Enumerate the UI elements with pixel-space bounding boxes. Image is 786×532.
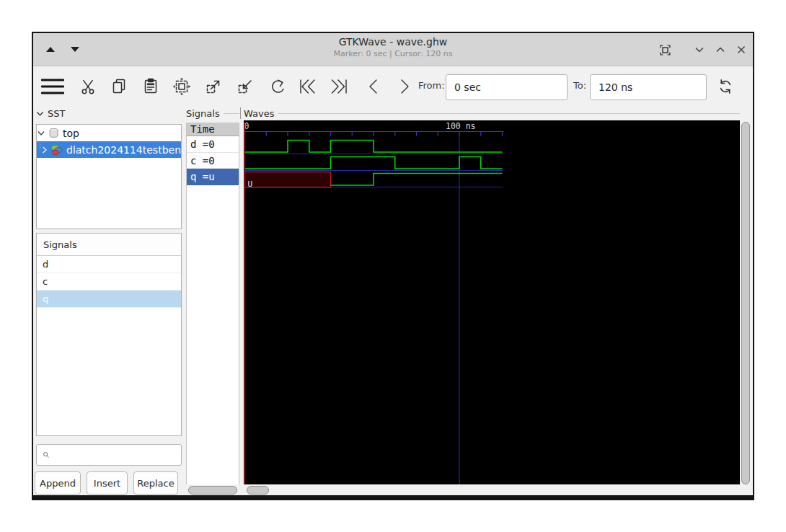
- signal-search-box: [36, 444, 182, 466]
- expander-down-icon[interactable]: [37, 130, 45, 136]
- waves-hscrollbar[interactable]: [247, 486, 269, 495]
- svg-text:U: U: [248, 179, 253, 189]
- wave-canvas[interactable]: 0100 nsU: [244, 120, 740, 484]
- cut-icon: [79, 78, 97, 95]
- seek-start-icon: [299, 78, 317, 95]
- expander-right-icon[interactable]: [42, 146, 48, 154]
- replace-button[interactable]: Replace: [133, 471, 178, 495]
- close-icon[interactable]: [734, 43, 749, 57]
- paste-button[interactable]: [138, 74, 163, 99]
- zoom-fit-button[interactable]: [169, 74, 194, 99]
- step-left-icon: [366, 78, 381, 95]
- chevron-down-icon[interactable]: [36, 111, 44, 117]
- signals-column-header: Signals: [186, 108, 239, 119]
- signal-name-row-c[interactable]: c =0: [187, 153, 239, 169]
- marker-cursor-status: Marker: 0 sec | Cursor: 120 ns: [33, 49, 753, 58]
- time-header: Time: [187, 123, 239, 136]
- insert-button[interactable]: Insert: [87, 471, 128, 495]
- search-input[interactable]: [50, 445, 181, 465]
- cut-button[interactable]: [76, 74, 100, 99]
- waves-vscrollbar[interactable]: [741, 122, 750, 484]
- signal-name-row-q[interactable]: q =u: [187, 169, 239, 185]
- titlebar: GTKWave - wave.ghw Marker: 0 sec | Curso…: [33, 33, 753, 66]
- copy-icon: [110, 78, 128, 95]
- to-label: To:: [573, 80, 586, 91]
- step-right-button[interactable]: [392, 74, 417, 99]
- signal-list-item-q[interactable]: q: [37, 291, 181, 308]
- copy-button[interactable]: [107, 74, 131, 99]
- window-title: GTKWave - wave.ghw: [33, 36, 753, 48]
- seek-start-button[interactable]: [296, 74, 320, 99]
- zoom-fit-icon: [172, 77, 191, 96]
- menu-icon: [41, 77, 64, 96]
- svg-text:100 ns: 100 ns: [446, 121, 476, 131]
- append-button[interactable]: Append: [35, 471, 81, 495]
- to-input[interactable]: [590, 74, 707, 100]
- waves-header: Waves: [244, 108, 740, 119]
- tree-item-top[interactable]: top: [37, 125, 181, 141]
- zoom-in-icon: [236, 77, 255, 96]
- signal-name-row-d[interactable]: d =0: [187, 136, 239, 153]
- signal-search-panel: Signals dcq: [36, 233, 182, 436]
- minimize-icon[interactable]: [692, 43, 707, 57]
- tree-item-dlatch2024114testbench[interactable]: dlatch2024114testbench: [37, 141, 181, 158]
- tree-guide: [40, 143, 40, 151]
- pane-splitter[interactable]: [240, 107, 241, 119]
- signal-search-header: Signals: [37, 234, 181, 256]
- reload-button[interactable]: [713, 74, 738, 99]
- from-input[interactable]: [446, 74, 568, 100]
- tree-item-label: top: [63, 128, 79, 139]
- signal-list-item-c[interactable]: c: [37, 273, 181, 291]
- module-icon: [50, 144, 63, 156]
- undo-button[interactable]: [265, 74, 289, 99]
- seek-end-button[interactable]: [327, 74, 351, 99]
- sst-header: SST: [36, 108, 87, 119]
- seek-end-icon: [330, 78, 348, 95]
- database-icon: [48, 128, 59, 138]
- step-left-button[interactable]: [361, 74, 386, 99]
- sst-tree: topdlatch2024114testbench: [36, 124, 182, 229]
- gtkwave-window: GTKWave - wave.ghw Marker: 0 sec | Curso…: [32, 32, 754, 500]
- reload-icon: [717, 78, 734, 95]
- signal-names-list: Time d =0c =0q =u: [186, 123, 239, 484]
- tree-item-label: dlatch2024114testbench: [66, 144, 181, 156]
- fullscreen-icon[interactable]: [658, 43, 672, 57]
- zoom-out-icon: [204, 77, 223, 96]
- signal-action-buttons: AppendInsertReplace: [35, 471, 178, 495]
- toolbar: From: To:: [33, 67, 753, 107]
- zoom-out-button[interactable]: [201, 74, 226, 99]
- maximize-icon[interactable]: [713, 43, 728, 57]
- paste-icon: [142, 78, 159, 95]
- magnifier-icon: [43, 449, 50, 461]
- signal-list-item-d[interactable]: d: [37, 256, 181, 273]
- names-hscrollbar[interactable]: [188, 486, 237, 495]
- zoom-in-button[interactable]: [233, 74, 257, 99]
- undo-icon: [268, 78, 286, 95]
- step-right-icon: [397, 78, 412, 95]
- waveform-svg: 0100 nsU: [244, 120, 740, 484]
- menu-button[interactable]: [40, 74, 65, 99]
- from-label: From:: [418, 80, 445, 91]
